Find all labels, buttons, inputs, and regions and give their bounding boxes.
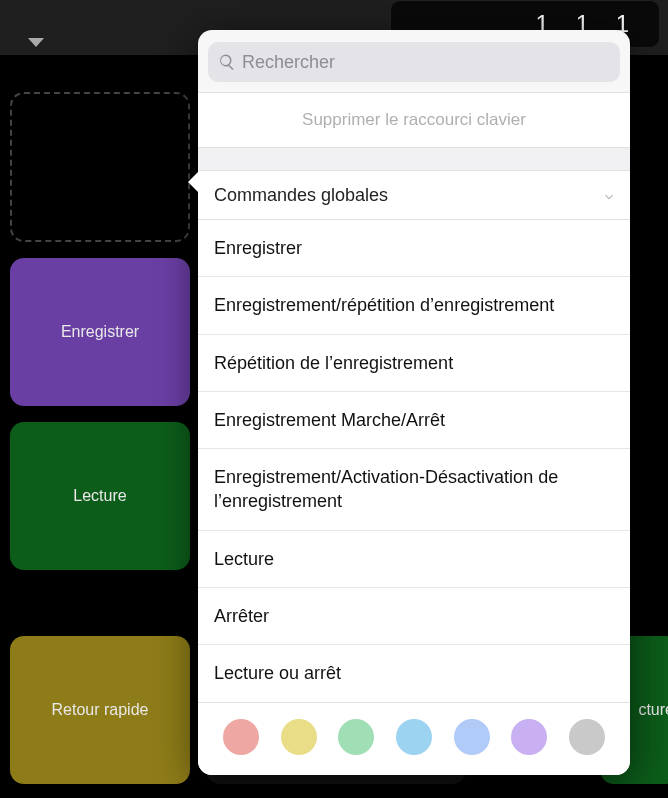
list-item-label: Lecture ou arrêt (214, 663, 341, 683)
section-header-label: Commandes globales (214, 185, 388, 206)
delete-shortcut-button[interactable]: Supprimer le raccourci clavier (198, 92, 630, 148)
list-item-label: Répétition de l’enregistrement (214, 353, 453, 373)
list-item[interactable]: Enregistrement/répétition d’enregistreme… (198, 277, 630, 334)
list-item-label: Enregistrer (214, 238, 302, 258)
command-popover: Rechercher Supprimer le raccourci clavie… (198, 30, 630, 775)
shortcut-label: Lecture (73, 487, 126, 505)
color-swatch[interactable] (396, 719, 432, 755)
search-wrap: Rechercher (198, 30, 630, 92)
shortcut-button-lecture[interactable]: Lecture (10, 422, 190, 570)
list-item-label: Arrêter (214, 606, 269, 626)
list-item[interactable]: Répétition de l’enregistrement (198, 335, 630, 392)
color-swatch[interactable] (511, 719, 547, 755)
list-item[interactable]: Enregistrer (198, 220, 630, 277)
color-swatch[interactable] (223, 719, 259, 755)
chevron-down-icon (602, 188, 616, 202)
list-item[interactable]: Enregistrement Marche/Arrêt (198, 392, 630, 449)
search-input[interactable]: Rechercher (208, 42, 620, 82)
delete-label: Supprimer le raccourci clavier (302, 110, 526, 130)
shortcut-label: Retour rapide (52, 701, 149, 719)
color-swatch[interactable] (569, 719, 605, 755)
section-header-commands[interactable]: Commandes globales (198, 170, 630, 220)
color-swatch[interactable] (281, 719, 317, 755)
command-list: Enregistrer Enregistrement/répétition d’… (198, 220, 630, 703)
dropdown-triangle-icon[interactable] (28, 38, 44, 47)
list-item-label: Lecture (214, 549, 274, 569)
list-item-label: Enregistrement/Activation-Désactivation … (214, 467, 558, 511)
list-item[interactable]: Lecture (198, 531, 630, 588)
shortcut-label: Enregistrer (61, 323, 139, 341)
color-swatch-row (198, 703, 630, 775)
color-swatch[interactable] (454, 719, 490, 755)
list-item[interactable]: Enregistrement/Activation-Désactivation … (198, 449, 630, 531)
shortcut-button-retour-rapide[interactable]: Retour rapide (10, 636, 190, 784)
empty-slot[interactable] (10, 92, 190, 242)
search-placeholder: Rechercher (242, 52, 335, 73)
search-icon (218, 53, 236, 71)
shortcut-label: cture (638, 701, 668, 719)
list-item-label: Enregistrement Marche/Arrêt (214, 410, 445, 430)
list-item[interactable]: Arrêter (198, 588, 630, 645)
list-item[interactable]: Lecture ou arrêt (198, 645, 630, 702)
color-swatch[interactable] (338, 719, 374, 755)
spacer (198, 148, 630, 170)
list-item-label: Enregistrement/répétition d’enregistreme… (214, 295, 554, 315)
shortcut-button-enregistrer[interactable]: Enregistrer (10, 258, 190, 406)
